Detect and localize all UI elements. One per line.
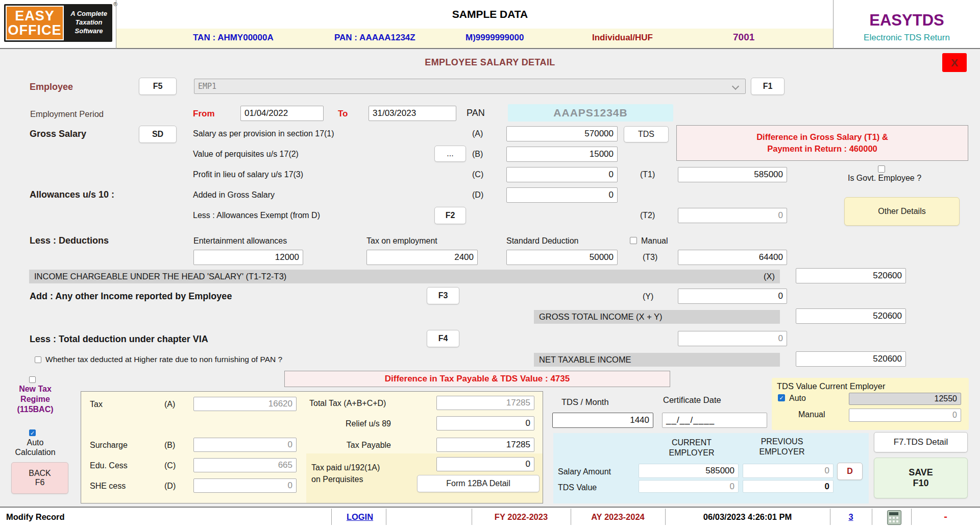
other-details-button[interactable]: Other Details: [844, 197, 960, 226]
t2-field: 0: [678, 208, 787, 223]
perquisites-detail-button[interactable]: ...: [434, 146, 466, 162]
mobile-text: M)9999999000: [465, 33, 524, 43]
via-label: Less : Total deduction under chapter VIA: [30, 334, 208, 345]
net-taxable-field: 520600: [796, 351, 906, 367]
f1-button[interactable]: F1: [751, 78, 785, 95]
income-chargeable-band: INCOME CHARGEABLE UNDER THE HEAD 'SALARY…: [29, 270, 780, 283]
tax-payable-field[interactable]: 17285: [436, 438, 534, 452]
f5-button[interactable]: F5: [139, 78, 177, 95]
f2-button[interactable]: F2: [434, 207, 466, 224]
footer-separator: [872, 509, 872, 525]
t1-code: (T1): [640, 170, 655, 179]
via-field[interactable]: 0: [678, 331, 787, 346]
row-a-label: Salary as per provision in section 17(1): [193, 129, 334, 138]
higher-rate-label: Whether tax deducted at Higher rate due …: [45, 355, 282, 364]
f7-tds-detail-button[interactable]: F7.TDS Detail: [874, 432, 968, 452]
previous-employer-header-1: PREVIOUS: [746, 437, 818, 446]
entertainment-field[interactable]: 12000: [193, 250, 303, 265]
tds-auto-field: 12550: [849, 393, 961, 405]
new-tax-regime-checkbox[interactable]: [29, 376, 36, 383]
form-12ba-button[interactable]: Form 12BA Detail: [417, 475, 540, 492]
header: EASY OFFICE A Complete Taxation Software…: [0, 0, 980, 49]
page-title: EMPLOYEE SALARY DETAIL: [0, 57, 980, 68]
record-mode: Modify Record: [6, 512, 65, 522]
perq-tax-field[interactable]: 0: [436, 457, 534, 471]
surcharge-label: Surcharge: [90, 441, 128, 450]
employee-dropdown[interactable]: EMP1: [194, 79, 746, 94]
tds-value-title: TDS Value Current Employer: [777, 381, 885, 391]
footer-separator: [386, 509, 386, 525]
relief-label: Relief u/s 89: [309, 419, 391, 428]
relief-field[interactable]: 0: [436, 416, 534, 430]
salary-previous-field[interactable]: 0: [743, 464, 834, 478]
a-code: (A): [472, 129, 483, 138]
tds-auto-checkbox[interactable]: [778, 394, 785, 401]
perquisites-field[interactable]: 15000: [506, 147, 618, 162]
chevron-down-icon: [732, 83, 739, 90]
to-date-field[interactable]: 31/03/2023: [369, 106, 456, 121]
salary-amount-label: Salary Amount: [558, 467, 611, 476]
manual-checkbox[interactable]: [630, 237, 637, 244]
previous-employer-header-2: EMPLOYER: [746, 447, 818, 457]
current-employer-header-1: CURRENT: [656, 438, 727, 447]
pan-text: PAN : AAAAA1234Z: [334, 33, 415, 43]
tax-field: 16620: [193, 397, 297, 411]
gross-total-band: GROSS TOTAL INCOME (X + Y): [534, 310, 780, 324]
gross-salary-label: Gross Salary: [30, 129, 86, 139]
standard-deduction-label: Standard Deduction: [506, 236, 578, 246]
standard-deduction-field[interactable]: 50000: [506, 250, 618, 265]
t1-field: 585000: [678, 167, 787, 182]
period-label: Employment Period: [30, 109, 104, 119]
employee-pan-field[interactable]: AAAPS1234B: [508, 104, 673, 122]
added-gross-field[interactable]: 0: [506, 187, 618, 203]
tax-employment-field[interactable]: 2400: [366, 250, 478, 265]
tds-button[interactable]: TDS: [624, 126, 669, 142]
b-code: (B): [472, 150, 483, 159]
save-button[interactable]: SAVE F10: [874, 458, 968, 498]
login-link[interactable]: LOGIN: [337, 512, 383, 522]
close-button[interactable]: X: [942, 53, 967, 72]
from-label: From: [193, 109, 215, 119]
tds-month-field[interactable]: 1440: [552, 413, 653, 428]
tds-value-label: TDS Value: [558, 483, 597, 492]
certificate-date-field[interactable]: __/__/____: [662, 413, 767, 428]
she-cess-label: SHE cess: [90, 482, 126, 491]
perq-label-2: on Perquisites: [311, 475, 363, 484]
timestamp: 06/03/2023 4:26:01 PM: [665, 512, 830, 522]
regime-line1: New Tax: [4, 385, 66, 394]
registered-mark: ®: [113, 1, 117, 7]
f4-button[interactable]: F4: [427, 330, 459, 347]
tds-previous-field[interactable]: 0: [743, 480, 834, 493]
d-button[interactable]: D: [837, 463, 863, 480]
calculator-icon[interactable]: [887, 510, 901, 525]
income-chargeable-field: 520600: [796, 268, 906, 283]
row-b-label: Value of perquisites u/s 17(2): [193, 150, 299, 159]
auto-calc-checkbox[interactable]: [29, 429, 36, 436]
f3-button[interactable]: F3: [427, 287, 459, 304]
t2-code: (T2): [640, 211, 655, 220]
tds-manual-field[interactable]: 0: [849, 409, 961, 422]
from-date-field[interactable]: 01/04/2022: [240, 106, 324, 121]
record-count-link[interactable]: 3: [830, 512, 872, 522]
salary-17-1-field[interactable]: 570000: [506, 126, 618, 141]
perq-label-1: Tax paid u/192(1A): [311, 463, 380, 472]
minimize-control[interactable]: -: [911, 511, 980, 522]
govt-employee-checkbox[interactable]: [878, 165, 885, 173]
sd-button[interactable]: SD: [139, 126, 177, 143]
tax-diff-warning: Difference in Tax Payable & TDS Value : …: [284, 371, 670, 387]
tax-label: Tax: [90, 400, 103, 409]
regime-line3: (115BAC): [4, 405, 66, 414]
financial-year: FY 2022-2023: [472, 512, 571, 522]
other-income-field[interactable]: 0: [678, 289, 787, 304]
higher-rate-checkbox[interactable]: [35, 356, 41, 363]
tax-employment-label: Tax on employment: [366, 236, 437, 246]
tds-manual-label: Manual: [798, 410, 825, 419]
back-button[interactable]: BACK F6: [11, 462, 68, 494]
tds-month-label: TDS / Month: [561, 397, 609, 407]
logo-word2: OFFICE: [8, 23, 62, 37]
gross-diff-warning: Difference in Gross Salary (T1) & Paymen…: [676, 125, 968, 161]
manual-label: Manual: [641, 236, 668, 246]
tds-auto-label: Auto: [789, 394, 806, 403]
total-tax-field: 17285: [436, 396, 534, 410]
profit-lieu-field[interactable]: 0: [506, 167, 618, 182]
